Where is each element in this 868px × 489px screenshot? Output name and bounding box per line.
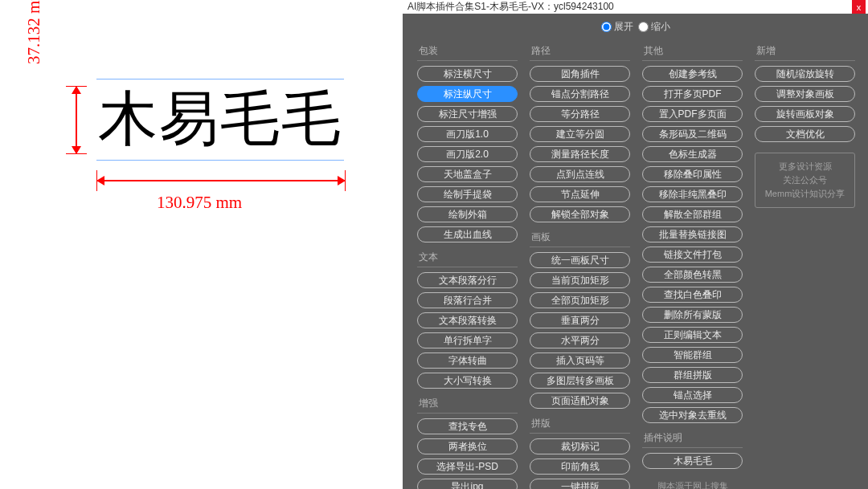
close-button[interactable]: x	[852, 0, 866, 14]
section-packaging-header: 包装	[417, 42, 518, 61]
action-pill[interactable]: 裁切标记	[530, 438, 630, 454]
action-pill[interactable]: 查找专色	[417, 418, 518, 434]
panel-title: AI脚本插件合集S1-木易毛毛-VX：ycl594243100	[407, 0, 614, 14]
canvas-area: 木易毛毛 37.132 mm 130.975 mm	[0, 0, 403, 489]
section-enhance-header: 增强	[417, 394, 518, 414]
action-pill[interactable]: 两者换位	[417, 438, 518, 454]
close-icon: x	[857, 2, 862, 12]
action-pill[interactable]: 文档优化	[755, 126, 855, 142]
author-button[interactable]: 木易毛毛	[642, 453, 743, 469]
action-pill[interactable]: 圆角插件	[530, 66, 630, 82]
action-pill[interactable]: 统一画板尺寸	[530, 252, 630, 268]
column-3: 其他 创建参考线打开多页PDF置入PDF多页面条形码及二维码色标生成器移除叠印属…	[642, 40, 743, 489]
action-pill[interactable]: 绘制外箱	[417, 206, 518, 222]
section-other-header: 其他	[642, 42, 743, 61]
info-box: 更多设计资源 关注公众号 Memm设计知识分享	[755, 153, 855, 208]
section-new-header: 新增	[755, 42, 855, 61]
action-pill[interactable]: 生成出血线	[417, 226, 518, 242]
action-pill[interactable]: 大小写转换	[417, 373, 518, 389]
action-pill[interactable]: 条形码及二维码	[642, 126, 743, 142]
action-pill[interactable]: 调整对象画板	[755, 86, 855, 102]
action-pill[interactable]: 选择导出-PSD	[417, 458, 518, 475]
action-pill[interactable]: 全部页加矩形	[530, 292, 630, 308]
radio-expand[interactable]: 展开	[601, 20, 633, 34]
action-pill[interactable]: 删除所有蒙版	[642, 307, 743, 323]
action-pill[interactable]: 画刀版2.0	[417, 146, 518, 162]
action-pill[interactable]: 导出jpg	[417, 479, 518, 489]
action-pill[interactable]: 等分路径	[530, 106, 630, 122]
action-pill[interactable]: 字体转曲	[417, 352, 518, 369]
action-pill[interactable]: 插入页码等	[530, 352, 630, 369]
action-pill[interactable]: 一键拼版	[530, 479, 630, 489]
action-pill[interactable]: 测量路径长度	[530, 146, 630, 162]
plugin-panel: AI脚本插件合集S1-木易毛毛-VX：ycl594243100 x 展开 缩小 …	[403, 0, 868, 489]
section-text-header: 文本	[417, 248, 518, 267]
action-pill[interactable]: 置入PDF多页面	[642, 106, 743, 122]
column-2: 路径 圆角插件锚点分割路径等分路径建立等分圆测量路径长度点到点连线节点延伸解锁全…	[530, 40, 630, 489]
section-plugin-info-header: 插件说明	[642, 429, 743, 448]
action-pill[interactable]: 移除非纯黑叠印	[642, 186, 743, 202]
action-pill[interactable]: 画刀版1.0	[417, 126, 518, 142]
action-pill[interactable]: 正则编辑文本	[642, 327, 743, 343]
radio-collapse[interactable]: 缩小	[638, 20, 670, 34]
action-pill[interactable]: 垂直两分	[530, 312, 630, 328]
action-pill[interactable]: 选中对象去重线	[642, 407, 743, 423]
column-4: 新增 随机缩放旋转调整对象画板旋转画板对象文档优化 更多设计资源 关注公众号 M…	[755, 40, 855, 208]
action-pill[interactable]: 旋转画板对象	[755, 106, 855, 122]
action-pill[interactable]: 点到点连线	[530, 166, 630, 182]
action-pill[interactable]: 色标生成器	[642, 146, 743, 162]
action-pill[interactable]: 单行拆单字	[417, 332, 518, 348]
action-pill[interactable]: 解散全部群组	[642, 206, 743, 222]
view-mode-radio-group: 展开 缩小	[403, 14, 868, 40]
action-pill[interactable]: 锚点选择	[642, 387, 743, 403]
action-pill[interactable]: 印前角线	[530, 458, 630, 475]
action-pill[interactable]: 建立等分圆	[530, 126, 630, 142]
vertical-dimension	[68, 86, 84, 154]
action-pill[interactable]: 标注尺寸增强	[417, 106, 518, 122]
horizontal-dimension-label: 130.975 mm	[157, 193, 242, 213]
plugin-note: 脚本源于网上搜集 版权归原作者所有 设计资源分享 VX：ycl594243100	[642, 479, 743, 489]
action-pill[interactable]: 创建参考线	[642, 66, 743, 82]
action-pill[interactable]: 移除叠印属性	[642, 166, 743, 182]
columns-container: 包装 标注横尺寸标注纵尺寸标注尺寸增强画刀版1.0画刀版2.0天地盖盒子绘制手提…	[403, 40, 868, 489]
action-pill[interactable]: 随机缩放旋转	[755, 66, 855, 82]
action-pill[interactable]: 段落行合并	[417, 292, 518, 308]
action-pill[interactable]: 全部颜色转黑	[642, 267, 743, 283]
action-pill[interactable]: 多图层转多画板	[530, 373, 630, 389]
vertical-dimension-label: 37.132 mm	[24, 0, 44, 64]
action-pill[interactable]: 文本段落分行	[417, 272, 518, 288]
action-pill[interactable]: 文本段落转换	[417, 312, 518, 328]
action-pill[interactable]: 当前页加矩形	[530, 272, 630, 288]
horizontal-dimension	[96, 173, 346, 189]
action-pill[interactable]: 智能群组	[642, 347, 743, 363]
action-pill[interactable]: 打开多页PDF	[642, 86, 743, 102]
section-path-header: 路径	[530, 42, 630, 61]
action-pill[interactable]: 标注横尺寸	[417, 66, 518, 82]
section-artboard-header: 画板	[530, 228, 630, 247]
action-pill[interactable]: 页面适配对象	[530, 393, 630, 409]
artwork-text: 木易毛毛	[96, 79, 344, 161]
action-pill[interactable]: 查找白色叠印	[642, 287, 743, 303]
action-pill[interactable]: 水平两分	[530, 332, 630, 348]
action-pill[interactable]: 标注纵尺寸	[417, 86, 518, 102]
panel-title-bar: AI脚本插件合集S1-木易毛毛-VX：ycl594243100 x	[403, 0, 868, 14]
action-pill[interactable]: 节点延伸	[530, 186, 630, 202]
action-pill[interactable]: 天地盖盒子	[417, 166, 518, 182]
column-1: 包装 标注横尺寸标注纵尺寸标注尺寸增强画刀版1.0画刀版2.0天地盖盒子绘制手提…	[417, 40, 518, 489]
section-imposition-header: 拼版	[530, 414, 630, 434]
action-pill[interactable]: 锚点分割路径	[530, 86, 630, 102]
action-pill[interactable]: 解锁全部对象	[530, 206, 630, 222]
action-pill[interactable]: 群组拼版	[642, 367, 743, 383]
action-pill[interactable]: 绘制手提袋	[417, 186, 518, 202]
action-pill[interactable]: 链接文件打包	[642, 247, 743, 263]
action-pill[interactable]: 批量替换链接图	[642, 226, 743, 242]
